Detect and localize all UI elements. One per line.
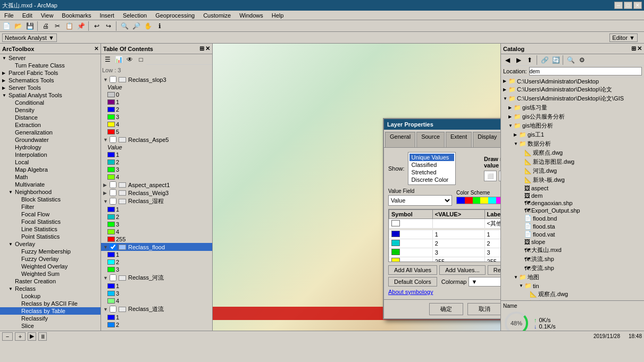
catalog-item-21[interactable]: 🗺洪流.shp — [501, 255, 644, 264]
catalog-item-8[interactable]: 📐观察点.dwg — [501, 148, 644, 157]
toc-item-23[interactable]: 1 — [101, 251, 212, 258]
pan-btn[interactable]: ✋ — [143, 21, 153, 31]
toc-item-5[interactable]: 3 — [101, 113, 212, 121]
arctools-item-map-algebra[interactable]: Map Algebra — [0, 166, 101, 173]
toc-item-31[interactable]: 1 — [101, 314, 212, 321]
arctools-item-reclass[interactable]: ▼Reclass — [0, 285, 101, 292]
arctools-item-overlay[interactable]: ▼Overlay — [0, 240, 101, 248]
toc-item-26[interactable]: ▼Reclass_河流 — [101, 273, 212, 282]
arctools-item-fuzzy-overlay[interactable]: Fuzzy Overlay — [0, 255, 101, 263]
layer-checkbox[interactable] — [110, 274, 116, 281]
catalog-item-7[interactable]: ▼📁数据分析 — [501, 139, 644, 148]
toc-item-1[interactable]: Value — [101, 83, 212, 91]
sym-icon-2[interactable]: 🎨 — [499, 171, 500, 181]
menu-item-insert[interactable]: Insert — [97, 12, 116, 19]
new-btn[interactable]: 📄 — [1, 21, 12, 31]
save-btn[interactable]: 💾 — [24, 21, 35, 31]
show-type-stretched[interactable]: Stretched — [409, 169, 454, 176]
add-all-values-btn[interactable]: Add All Values — [388, 265, 437, 275]
cat-up-btn[interactable]: ⬆ — [524, 55, 535, 65]
menu-item-bookmarks[interactable]: Bookmarks — [60, 12, 93, 19]
catalog-item-22[interactable]: 🗺变流.shp — [501, 264, 644, 273]
toc-item-9[interactable]: Value — [101, 144, 212, 151]
toc-vis-btn[interactable]: 👁 — [124, 54, 135, 65]
arctools-item-slice[interactable]: Slice — [0, 322, 101, 330]
catalog-item-23[interactable]: ▼📁地图 — [501, 273, 644, 282]
toc-item-24[interactable]: 2 — [101, 258, 212, 266]
toc-item-14[interactable]: ▶Aspect_aspect1 — [101, 181, 212, 189]
identify-btn[interactable]: ℹ — [154, 21, 165, 31]
tab-general[interactable]: General — [385, 132, 415, 147]
menu-item-help[interactable]: Help — [270, 12, 286, 19]
arctools-item-hydrology[interactable]: Hydrology — [0, 144, 101, 151]
arctools-item-interpolation[interactable]: Interpolation — [0, 151, 101, 158]
toc-item-10[interactable]: 1 — [101, 151, 212, 158]
cat-options-btn[interactable]: ⚙ — [576, 55, 587, 65]
tab-display[interactable]: Display — [473, 132, 500, 147]
arctools-item-weighted-sum[interactable]: Weighted Sum — [0, 270, 101, 277]
toc-item-25[interactable]: 3 — [101, 266, 212, 273]
cat-forward-btn[interactable]: ▶ — [513, 55, 524, 65]
arctools-item-parcel-fabric-tools[interactable]: ▶Parcel Fabric Tools — [0, 69, 101, 77]
arctools-item-distance[interactable]: Distance — [0, 114, 101, 121]
catalog-item-24[interactable]: ▼📁tin — [501, 282, 644, 290]
catalog-item-13[interactable]: 🖼dem — [501, 192, 644, 199]
catalog-item-14[interactable]: 🗺dengaoxian.shp — [501, 199, 644, 207]
toc-close[interactable]: ✕ — [205, 45, 210, 52]
toc-source-btn[interactable]: 📊 — [113, 54, 124, 65]
remove-btn[interactable]: Remove — [488, 265, 500, 275]
arctools-close[interactable]: ✕ — [94, 46, 98, 52]
arctools-item-server-tools[interactable]: ▶Server Tools — [0, 84, 101, 91]
toc-item-21[interactable]: 255 — [101, 235, 212, 243]
arctools-item-reclass-by-table[interactable]: Reclass by Table — [0, 307, 101, 315]
toc-item-19[interactable]: 3 — [101, 221, 212, 228]
arctools-item-reclass-by-ascii-file[interactable]: Reclass by ASCII File — [0, 300, 101, 307]
catalog-item-6[interactable]: ▶📁gis工1 — [501, 130, 644, 139]
print-btn[interactable]: 🖨 — [40, 21, 51, 31]
paste-btn[interactable]: 📌 — [76, 21, 86, 31]
toc-list-btn[interactable]: ☰ — [102, 54, 113, 65]
catalog-resize[interactable]: ⊞ — [631, 45, 636, 52]
default-colors-btn[interactable]: Default Colors — [388, 277, 437, 287]
arctools-item-spatial-analyst-tools[interactable]: ▼Spatial Analyst Tools — [0, 91, 101, 99]
redo-btn[interactable]: ↪ — [103, 21, 114, 31]
maximize-button[interactable]: □ — [624, 2, 632, 9]
menu-item-windows[interactable]: Windows — [237, 12, 265, 19]
tab-source[interactable]: Source — [416, 132, 445, 147]
arctools-item-conditional[interactable]: Conditional — [0, 99, 101, 106]
catalog-item-0[interactable]: ▶📁C:\Users\Administrator\Desktop — [501, 77, 644, 85]
cat-connect-btn[interactable]: 🔗 — [539, 55, 550, 65]
toc-item-30[interactable]: ▼Reclass_道流 — [101, 305, 212, 314]
ok-btn[interactable]: 确定 — [429, 303, 463, 315]
about-symbology-link[interactable]: About symbology — [388, 289, 500, 295]
arctools-item-raster-creation[interactable]: Raster Creation — [0, 277, 101, 285]
toc-item-8[interactable]: ▼Reclass_Aspe5 — [101, 136, 212, 144]
arctools-item-line-statistics[interactable]: Line Statistics — [0, 225, 101, 233]
toc-sel-btn[interactable]: □ — [136, 54, 146, 65]
arctools-item-weighted-overlay[interactable]: Weighted Overlay — [0, 263, 101, 270]
toc-item-28[interactable]: 3 — [101, 290, 212, 297]
layer-checkbox[interactable] — [110, 181, 116, 188]
toc-item-13[interactable]: 4 — [101, 173, 212, 181]
close-button[interactable]: ✕ — [633, 2, 642, 9]
arctools-item-multivariate[interactable]: Multivariate — [0, 181, 101, 188]
catalog-item-16[interactable]: 📄flood.bnd — [501, 214, 644, 222]
arctools-item-extraction[interactable]: Extraction — [0, 121, 101, 129]
arctools-item-neighborhood[interactable]: ▼Neighborhood — [0, 188, 101, 196]
arctools-item-fuzzy-membership[interactable]: Fuzzy Membership — [0, 248, 101, 255]
catalog-item-19[interactable]: 🖼slope — [501, 238, 644, 246]
catalog-item-3[interactable]: ▶📁gis练习量 — [501, 103, 644, 112]
toc-item-4[interactable]: 2 — [101, 106, 212, 113]
network-analyst-label[interactable]: Network Analyst ▼ — [2, 33, 57, 42]
open-btn[interactable]: 📂 — [13, 21, 23, 31]
toc-item-18[interactable]: 2 — [101, 213, 212, 221]
catalog-item-1[interactable]: ▶📁C:\Users\Administrator\Desktop\论文 — [501, 85, 644, 94]
toc-item-7[interactable]: 5 — [101, 128, 212, 136]
value-field-select[interactable]: Value — [388, 195, 452, 206]
arctools-item-block-statistics[interactable]: Block Statistics — [0, 196, 101, 203]
colormap-select[interactable]: ▼ — [469, 277, 500, 287]
undo-btn[interactable]: ↩ — [91, 21, 102, 31]
toc-item-27[interactable]: 1 — [101, 282, 212, 290]
cancel-btn[interactable]: 取消 — [467, 303, 500, 315]
layer-checkbox[interactable] — [110, 198, 116, 205]
